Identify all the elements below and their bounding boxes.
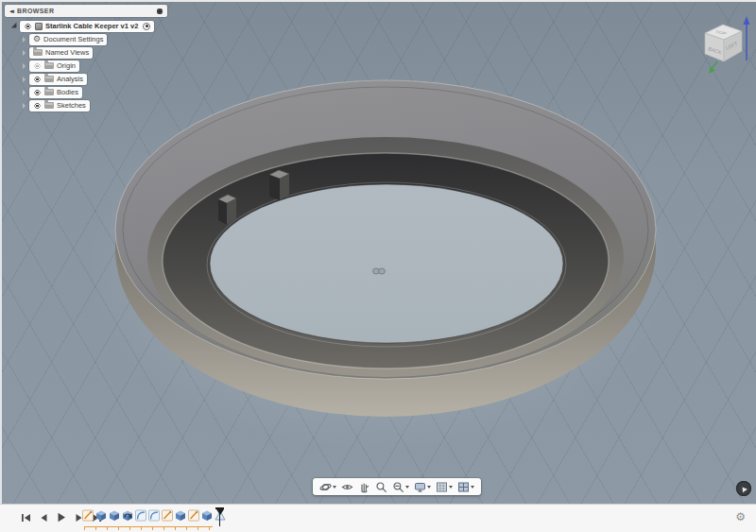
tree-row-bodies[interactable]: Bodies xyxy=(23,86,184,98)
expand-arrow-icon[interactable] xyxy=(11,22,19,29)
browser-tree: Starlink Cable Keeper v1 v2 ⚙ Document S… xyxy=(5,20,184,112)
visibility-eye-icon[interactable] xyxy=(33,63,42,69)
nav-zoom-button[interactable] xyxy=(391,481,410,493)
tree-row-named-views[interactable]: Named Views xyxy=(23,46,184,59)
chevron-down-icon xyxy=(427,486,431,489)
tree-row-analysis[interactable]: Analysis xyxy=(23,73,184,85)
nav-viewports-button[interactable] xyxy=(456,481,475,493)
ring-model[interactable] xyxy=(115,80,656,417)
timeline-features xyxy=(82,509,226,522)
nav-orbit-button[interactable] xyxy=(318,481,337,493)
view-cube[interactable]: TOP BACK LEFT xyxy=(705,16,750,74)
collapsed-arrow-icon[interactable] xyxy=(23,103,26,109)
tree-item-label[interactable]: Document Settings xyxy=(43,35,103,43)
collapse-panel-icon[interactable]: ◂◂ xyxy=(9,8,12,14)
display-options-icon[interactable] xyxy=(157,9,163,14)
visibility-eye-icon[interactable] xyxy=(33,103,42,109)
collapsed-arrow-icon[interactable] xyxy=(23,37,26,43)
browser-panel: ◂◂ BROWSER Starlink Cable Keeper v1 v2 ⚙ xyxy=(5,5,184,112)
timeline-feature-sketch[interactable] xyxy=(82,509,94,522)
folder-icon xyxy=(44,89,54,95)
timeline-play-button[interactable] xyxy=(57,512,66,523)
collapsed-arrow-icon[interactable] xyxy=(23,77,26,82)
tree-item-label[interactable]: Sketches xyxy=(57,101,86,110)
timeline-go-to-start-button[interactable] xyxy=(21,513,31,523)
timeline-step-back-button[interactable] xyxy=(40,513,48,523)
chevron-down-icon xyxy=(333,486,336,489)
tree-item-label[interactable]: Origin xyxy=(57,61,76,70)
tree-item-label[interactable]: Bodies xyxy=(57,88,78,96)
nav-grid-snaps-button[interactable] xyxy=(435,481,454,493)
timeline-feature-extrude[interactable] xyxy=(201,509,213,522)
gear-icon: ⚙ xyxy=(33,35,41,43)
visibility-eye-icon[interactable] xyxy=(24,24,32,29)
browser-panel-title: BROWSER xyxy=(17,8,157,14)
component-cube-icon xyxy=(35,23,43,30)
tree-row-sketches[interactable]: Sketches xyxy=(23,99,184,112)
folder-icon xyxy=(44,76,54,82)
timeline-feature-extrude[interactable] xyxy=(95,509,107,522)
tree-item-label[interactable]: Analysis xyxy=(57,75,83,83)
collapsed-arrow-icon[interactable] xyxy=(23,50,26,56)
timeline-feature-extrude[interactable] xyxy=(175,509,186,522)
timeline-feature-extrude[interactable] xyxy=(109,509,120,522)
nav-look-at-button[interactable] xyxy=(340,481,354,493)
folder-icon xyxy=(44,102,54,109)
collapsed-arrow-icon[interactable] xyxy=(23,63,26,69)
viewport-canvas[interactable]: TOP BACK LEFT ◂◂ BROWSER Starlink Cable … xyxy=(0,0,756,504)
tree-row-root[interactable]: Starlink Cable Keeper v1 v2 xyxy=(13,20,184,32)
retention-tab-1[interactable] xyxy=(218,195,236,225)
root-component-label[interactable]: Starlink Cable Keeper v1 v2 xyxy=(45,22,138,30)
folder-icon xyxy=(44,62,54,69)
timeline-feature-revolve[interactable] xyxy=(122,509,133,522)
visibility-eye-icon[interactable] xyxy=(33,77,42,82)
canvas-corner-icon[interactable] xyxy=(736,481,751,496)
nav-display-settings-button[interactable] xyxy=(413,481,432,493)
timeline-ruler xyxy=(84,526,213,530)
nav-pan-button[interactable] xyxy=(357,481,371,493)
tree-row-origin[interactable]: Origin xyxy=(23,60,184,72)
timeline-feature-sketch[interactable] xyxy=(162,509,173,522)
timeline-settings-gear-icon[interactable]: ⚙ xyxy=(735,511,746,523)
z-axis-arrow xyxy=(744,16,750,25)
timeline-feature-sketch[interactable] xyxy=(188,509,199,522)
nav-zoom-window-button[interactable] xyxy=(374,481,388,493)
timeline-feature-fillet[interactable] xyxy=(148,509,160,522)
tree-item-label[interactable]: Named Views xyxy=(45,48,89,57)
timeline-feature-fillet[interactable] xyxy=(135,509,146,522)
ring-hole xyxy=(210,184,563,343)
timeline-playhead[interactable] xyxy=(215,507,224,526)
tree-row-document-settings[interactable]: ⚙ Document Settings xyxy=(23,33,184,45)
browser-header[interactable]: ◂◂ BROWSER xyxy=(5,5,167,17)
collapsed-arrow-icon[interactable] xyxy=(23,90,26,95)
origin-marker[interactable] xyxy=(373,268,386,274)
chevron-down-icon xyxy=(405,486,409,489)
chevron-down-icon xyxy=(449,486,453,489)
activate-component-radio[interactable] xyxy=(143,23,150,30)
visibility-eye-icon[interactable] xyxy=(33,90,42,95)
chevron-down-icon xyxy=(471,486,474,489)
folder-icon xyxy=(33,49,43,56)
navigation-toolbar xyxy=(313,478,481,495)
retention-tab-2[interactable] xyxy=(269,170,289,200)
timeline-bar: ⚙ xyxy=(0,504,756,532)
